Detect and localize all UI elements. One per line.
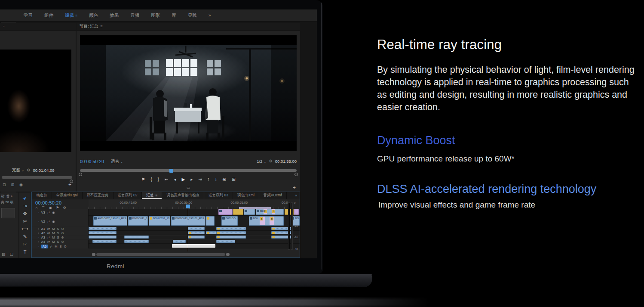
timeline-clip[interactable] [188, 236, 205, 239]
track-label[interactable]: A4 [41, 240, 45, 244]
timeline-clip[interactable] [218, 209, 233, 215]
sync-lock-icon[interactable]: ⇄ [47, 231, 50, 235]
program-timecode[interactable]: 00:00:50:20 [80, 159, 104, 164]
go-to-out-icon[interactable]: ⇥ [198, 177, 202, 182]
pen-tool[interactable]: ✎ [23, 234, 27, 239]
timeline-clip[interactable] [188, 231, 205, 234]
voiceover-record-icon[interactable]: ⊙ [61, 231, 64, 235]
workspace-tab-8[interactable]: 库 [172, 12, 176, 19]
voiceover-record-icon[interactable]: ⊙ [64, 245, 66, 248]
insert-icon[interactable]: ⊟ [3, 183, 6, 187]
timeline-clip[interactable]: B001C051_13 [149, 216, 171, 226]
timeline-clip[interactable] [173, 240, 185, 243]
project-thumbnail[interactable] [1, 208, 15, 218]
mute-button[interactable]: M [52, 227, 55, 231]
track-header-V2[interactable]: ▫V2⇄◉ [32, 216, 89, 226]
timeline-clip[interactable] [233, 209, 243, 215]
track-label[interactable]: A2 [41, 231, 45, 235]
source-zoom-select[interactable]: 完整 ⌄ [12, 167, 24, 173]
lock-icon[interactable]: ▫ [38, 240, 39, 244]
selected-clip[interactable] [172, 244, 215, 248]
timeline-clip[interactable]: BBB00 [249, 216, 284, 226]
timeline-clip[interactable]: B002C033_190101_R0S [171, 216, 205, 226]
sequence-tab-2[interactable]: 审讯室xiu gai [52, 192, 83, 199]
track-lane-V3[interactable]: BBB00 [89, 209, 300, 216]
track-output-eye-icon[interactable]: ◉ [52, 220, 55, 223]
lock-icon[interactable]: ▫ [38, 211, 39, 214]
play-icon[interactable]: ▶ [181, 177, 185, 182]
lock-icon[interactable]: ▫ [38, 220, 39, 223]
overwrite-icon[interactable]: ⊞ [11, 183, 15, 187]
add-button-icon[interactable]: + [293, 185, 296, 191]
sequence-tab-9[interactable]: 音频VOcmf [259, 192, 287, 199]
workspace-tab-6[interactable]: 音频 [130, 12, 139, 19]
timeline-clip[interactable]: B001C031_1 [128, 216, 148, 226]
sync-lock-icon[interactable]: ⇄ [47, 236, 50, 239]
lock-icon[interactable]: ▫ [38, 236, 39, 239]
track-lane-A5[interactable] [89, 244, 300, 248]
track-lane-V2[interactable]: A001C007_190101_R2SB001C031_1B001C051_13… [89, 216, 300, 226]
track-label[interactable]: A1 [41, 227, 45, 231]
timeline-clip[interactable] [89, 231, 117, 234]
project-overflow-chevron[interactable]: » [11, 194, 12, 198]
track-header-A4[interactable]: ▫A4⇄MS⊙ [32, 240, 89, 244]
solo-button[interactable]: S [57, 227, 59, 231]
track-output-eye-icon[interactable]: ◉ [52, 211, 55, 214]
track-label[interactable]: A5 [41, 245, 48, 248]
panel-menu-icon[interactable]: ≡ [100, 25, 102, 28]
lock-icon[interactable]: ▫ [38, 227, 39, 231]
mark-in-icon[interactable]: { [150, 177, 152, 182]
timeline-horizontal-scrollbar[interactable] [96, 253, 225, 256]
voiceover-record-icon[interactable]: ⊙ [61, 227, 64, 231]
program-scrubber[interactable] [80, 169, 297, 172]
sync-lock-icon[interactable]: ⇄ [47, 227, 50, 231]
settings-wrench-icon[interactable]: ⚙ [269, 159, 273, 163]
mute-button[interactable]: M [52, 231, 55, 235]
sequence-tab-7[interactable]: 嵌套序列 03 [204, 192, 233, 199]
type-tool[interactable]: T [24, 250, 27, 254]
sequence-tab-menu-icon[interactable]: ≡ [155, 193, 157, 198]
step-forward-icon[interactable]: ▸ [190, 177, 193, 182]
track-header-A2[interactable]: ▫A2⇄MS⊙ [32, 231, 89, 235]
timeline-playhead[interactable] [188, 199, 188, 251]
lift-icon[interactable]: ⤒ [208, 177, 209, 182]
workspace-tab-3[interactable]: 编辑≡ [65, 12, 77, 19]
track-label[interactable]: V2 [41, 220, 45, 223]
hand-tool[interactable]: ☞ [23, 242, 27, 247]
workspace-overflow-chevron[interactable]: » [209, 13, 211, 18]
track-header-A1[interactable]: ▫A1⇄MS⊙ [32, 227, 89, 231]
timeline-clip[interactable] [206, 216, 215, 226]
add-marker-icon[interactable]: ⚑ [141, 177, 145, 182]
timeline-clip[interactable]: A001C007_190101_R2S [93, 216, 128, 226]
sequence-tab-3[interactable]: 邪不压正定剪 [83, 192, 113, 199]
timeline-clip[interactable] [216, 240, 235, 243]
razor-tool[interactable]: ✄ [23, 219, 27, 224]
timeline-clip[interactable] [89, 236, 117, 239]
timeline-clip[interactable] [244, 209, 255, 215]
track-header-V3[interactable]: ▫V3⇄◉ [32, 209, 89, 216]
sync-lock-icon[interactable]: ⇄ [47, 211, 50, 214]
scrubber-end-handle[interactable] [294, 173, 298, 176]
timeline-clip[interactable] [124, 240, 148, 243]
workspace-tab-1[interactable]: 学习 [24, 12, 33, 19]
track-lane-A4[interactable] [89, 240, 300, 244]
selection-tool[interactable]: ➤ [22, 195, 28, 201]
workspace-tab-2[interactable]: 组件 [44, 12, 53, 19]
lock-icon[interactable]: ▫ [38, 231, 39, 235]
comparison-view-icon[interactable]: ⊞ [232, 177, 235, 182]
solo-button[interactable]: S [57, 231, 59, 235]
playback-resolution-select[interactable]: 1/2 ⌄ [257, 159, 267, 164]
sequence-tab-6[interactable]: 调色及声音输出检查 [162, 192, 204, 199]
track-label[interactable]: A3 [41, 236, 45, 239]
solo-button[interactable]: S [57, 236, 59, 239]
lock-icon[interactable]: ▫ [38, 245, 39, 248]
workspace-tab-9[interactable]: 昱践 [188, 12, 197, 19]
mute-button[interactable]: M [52, 236, 55, 239]
timeline-clip[interactable]: B001CO [221, 216, 238, 226]
solo-button[interactable]: S [59, 245, 61, 248]
timeline-clip[interactable] [92, 240, 117, 243]
timeline-clip[interactable] [206, 231, 217, 234]
program-playhead[interactable] [169, 169, 173, 173]
sequence-tab-5[interactable]: 汇总≡ [142, 192, 162, 199]
sequence-tab-1[interactable]: 精定剪 [32, 192, 52, 199]
